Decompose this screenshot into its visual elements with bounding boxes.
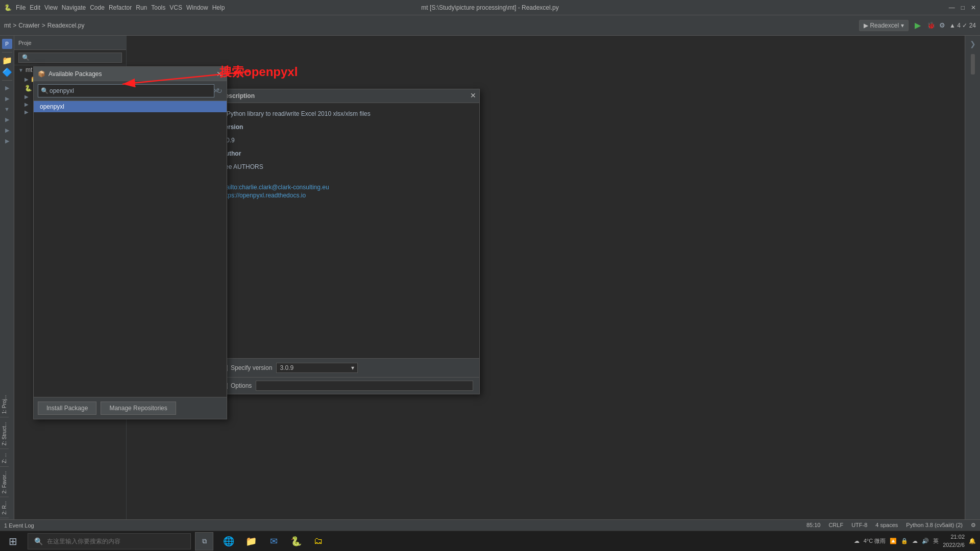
taskbar-notifications[interactable]: 🔔 [969, 538, 976, 544]
breadcrumb-sep2: > [42, 22, 45, 29]
taskbar-files-icon[interactable]: 🗂 [309, 532, 328, 550]
package-search-input[interactable] [38, 84, 214, 97]
version-value: 3.0.9 [221, 136, 473, 145]
dialog-available-title-text: Available Packages [48, 70, 102, 78]
taskbar-speaker-icon[interactable]: 🔊 [922, 538, 929, 544]
title-bar: 🐍 File Edit View Navigate Code Refactor … [0, 0, 980, 15]
taskbar-app-icons: 🌐 📁 ✉ 🐍 🗂 [219, 532, 328, 550]
toolbar: mt > Crawler > Readexcel.py ▶ Readexcel … [0, 15, 980, 36]
vertical-label-3[interactable]: Z: ... [0, 450, 9, 467]
taskbar-search-input[interactable] [47, 538, 184, 545]
docs-link[interactable]: https://openpyxl.readthedocs.io [221, 192, 473, 199]
dialog-available-title-bar: 📦 Available Packages ✕ [34, 67, 227, 81]
package-item-openpyxl[interactable]: openpyxl [34, 101, 227, 112]
breadcrumb: mt > Crawler > Readexcel.py [4, 22, 84, 29]
taskbar-lang[interactable]: 英 [933, 537, 939, 545]
taskbar-weather-text: 4°C 微雨 [864, 537, 886, 545]
vertical-labels: 1: Proj... Z: Struct... Z: ... 2: Favor.… [0, 36, 9, 519]
maximize-btn[interactable]: □ [961, 4, 965, 11]
specify-version-checkbox-row: Specify version [221, 364, 272, 371]
title-bar-left: 🐍 File Edit View Navigate Code Refactor … [4, 4, 225, 11]
status-bar: 1 Event Log 85:10 CRLF UTF-8 4 spaces Py… [0, 519, 980, 531]
version-select-value: 3.0.9 [280, 364, 293, 371]
taskbar-folder-icon[interactable]: 📁 [242, 532, 260, 550]
install-package-button[interactable]: Install Package [38, 402, 96, 415]
settings-icon[interactable]: ⚙ [939, 21, 945, 29]
options-label: Options [231, 382, 252, 389]
menu-navigate[interactable]: Navigate [62, 4, 86, 11]
taskbar-search-box[interactable]: 🔍 [28, 533, 191, 549]
author-label: Author [221, 149, 473, 158]
dialog-available-close-btn[interactable]: ✕ [216, 70, 223, 78]
email-link[interactable]: mailto:charlie.clark@clark-consulting.eu [221, 184, 473, 191]
dialog-available-title: 📦 Available Packages [38, 70, 102, 78]
title-bar-controls: — □ ✕ [949, 4, 976, 11]
author-value: See AUTHORS [221, 162, 473, 171]
window-title: mt [S:\Study\picture processing\mt] - Re… [421, 4, 558, 11]
taskbar-pycharm-icon[interactable]: 🐍 [287, 532, 305, 550]
taskbar-date: 2022/2/6 [943, 541, 965, 549]
taskbar-edge-icon[interactable]: 🌐 [219, 532, 238, 550]
breadcrumb-project[interactable]: mt [4, 22, 11, 29]
menu-edit[interactable]: Edit [30, 4, 40, 11]
task-view-icon: ⧉ [202, 537, 207, 545]
vertical-label-4[interactable]: 2: Favor... [0, 468, 9, 497]
dialog-search-row: 🔍 ✕ ↻ [34, 81, 227, 101]
specify-version-label: Specify version [231, 364, 272, 371]
menu-vcs[interactable]: VCS [169, 4, 182, 11]
project-panel-header: Proje [14, 36, 126, 50]
chevron-right-icon-4: ▶ [24, 109, 29, 115]
options-input[interactable] [256, 381, 473, 391]
py-icon: 🐍 [24, 85, 32, 92]
menu-refactor[interactable]: Refactor [109, 4, 132, 11]
start-button[interactable]: ⊞ [0, 531, 26, 552]
search-clear-icon[interactable]: ✕ [213, 87, 218, 94]
settings-status-icon[interactable]: ⚙ [971, 522, 976, 529]
taskbar-email-icon[interactable]: ✉ [264, 532, 283, 550]
version-select[interactable]: 3.0.9 ▾ [276, 363, 358, 373]
task-view-button[interactable]: ⧉ [195, 532, 213, 550]
breadcrumb-file[interactable]: Readexcel.py [47, 22, 85, 29]
taskbar-weather: ☁ [854, 538, 860, 544]
description-close-btn[interactable]: ✕ [470, 91, 476, 99]
taskbar-cloud-icon: ☁ [912, 538, 918, 544]
taskbar-right: ☁ 4°C 微雨 🔼 🔒 ☁ 🔊 英 21:02 2022/2/6 🔔 [854, 533, 980, 549]
project-panel-title: Proje [18, 40, 32, 46]
menu-code[interactable]: Code [90, 4, 105, 11]
run-button[interactable]: ▶ [913, 20, 923, 31]
chevron-down-icon: ▼ [18, 67, 23, 73]
package-dialog-icon: 📦 [38, 70, 45, 78]
status-position: 85:10 [806, 522, 821, 529]
description-options-row: Options [215, 377, 479, 394]
run-config-dropdown[interactable]: ▶ Readexcel ▾ [859, 20, 909, 31]
status-line-ending: CRLF [828, 522, 843, 529]
vertical-label-1[interactable]: 1: Proj... [0, 392, 9, 417]
debug-icon[interactable]: 🐞 [927, 21, 935, 29]
available-packages-dialog: 📦 Available Packages ✕ 🔍 ✕ ↻ openpyxl In… [33, 66, 227, 419]
status-event-log[interactable]: 1 Event Log [4, 522, 34, 529]
tree-label: mt [26, 66, 32, 73]
vertical-label-2[interactable]: Z: Struct... [0, 419, 9, 449]
dialog-available-bottom: Install Package Manage Repositories [34, 397, 227, 419]
menu-run[interactable]: Run [136, 4, 147, 11]
taskbar-lock-icon: 🔒 [901, 538, 908, 544]
minimize-btn[interactable]: — [949, 4, 955, 11]
manage-repositories-button[interactable]: Manage Repositories [101, 402, 176, 415]
chevron-right-icon: ▶ [24, 77, 29, 82]
vertical-label-5[interactable]: 2: R... [0, 498, 9, 518]
menu-view[interactable]: View [44, 4, 58, 11]
menu-file[interactable]: File [16, 4, 26, 11]
toolbar-right: ▶ Readexcel ▾ ▶ 🐞 ⚙ ▲ 4 ✓ 24 [859, 20, 976, 31]
menu-tools[interactable]: Tools [151, 4, 165, 11]
status-right: 85:10 CRLF UTF-8 4 spaces Python 3.8 (cv… [806, 522, 976, 529]
project-search-input[interactable] [18, 53, 122, 63]
menu-window[interactable]: Window [186, 4, 208, 11]
run-config-label: ▶ Readexcel [864, 22, 899, 29]
menu-help[interactable]: Help [212, 4, 225, 11]
taskbar-clock: 21:02 2022/2/6 [943, 533, 965, 549]
close-btn[interactable]: ✕ [971, 4, 976, 11]
sidebar-chevron-right[interactable]: ❯ [970, 40, 976, 48]
description-footer-version: Specify version 3.0.9 ▾ [215, 358, 479, 377]
breadcrumb-crawler[interactable]: Crawler [18, 22, 39, 29]
package-name-openpyxl: openpyxl [40, 103, 64, 110]
